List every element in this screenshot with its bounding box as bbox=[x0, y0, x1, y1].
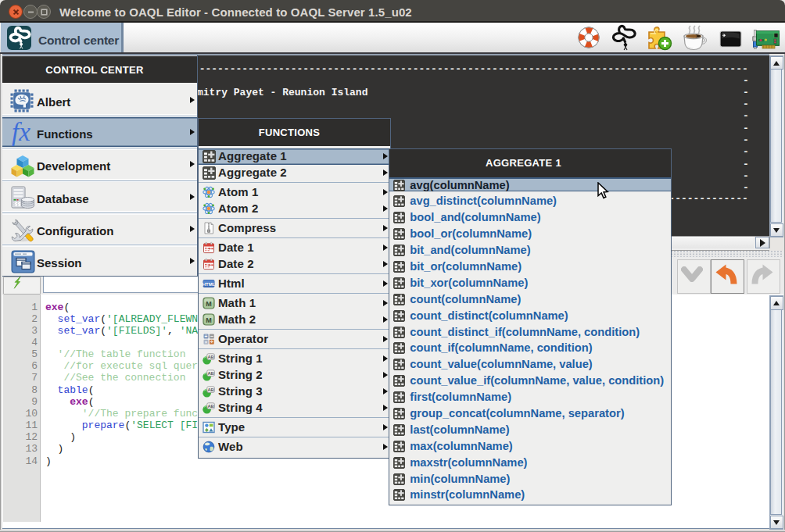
svg-text:AB: AB bbox=[207, 404, 213, 409]
svg-text:M: M bbox=[206, 316, 212, 324]
svg-text:AB: AB bbox=[207, 371, 213, 376]
svg-text:HTML: HTML bbox=[203, 282, 215, 287]
svg-text:+: + bbox=[205, 334, 208, 339]
svg-text:AB: AB bbox=[207, 355, 213, 359]
svg-text:AB: AB bbox=[207, 387, 213, 392]
svg-text:−: − bbox=[210, 334, 213, 339]
svg-text:÷: ÷ bbox=[210, 339, 213, 345]
svg-text:×: × bbox=[205, 340, 208, 345]
svg-text:M: M bbox=[206, 300, 212, 308]
